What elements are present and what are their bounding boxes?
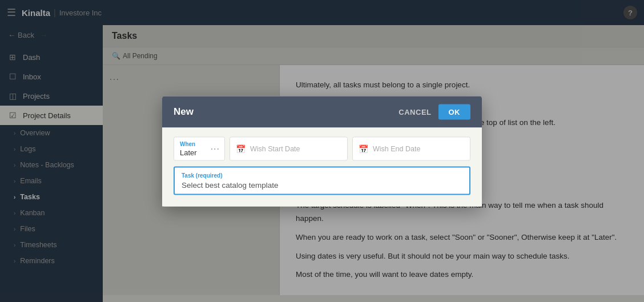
- ok-button[interactable]: OK: [438, 104, 471, 119]
- modal-header: New CANCEL OK: [162, 96, 482, 127]
- cancel-button[interactable]: CANCEL: [399, 107, 431, 116]
- when-box[interactable]: When Later ···: [174, 136, 225, 160]
- when-label: When: [180, 140, 204, 147]
- new-task-modal: New CANCEL OK When Later ··· 📅 Wish Star…: [162, 96, 482, 206]
- wish-end-date-box[interactable]: 📅 Wish End Date: [352, 136, 470, 160]
- modal-title: New: [174, 106, 194, 118]
- modal-body: When Later ··· 📅 Wish Start Date 📅 Wish …: [162, 127, 482, 206]
- task-input-label: Task (required): [182, 172, 462, 178]
- when-more-icon[interactable]: ···: [211, 143, 220, 154]
- task-input-value[interactable]: Select best catalog template: [182, 180, 462, 189]
- when-row: When Later ··· 📅 Wish Start Date 📅 Wish …: [174, 136, 470, 160]
- task-input-box[interactable]: Task (required) Select best catalog temp…: [174, 166, 470, 195]
- wish-end-label: Wish End Date: [373, 144, 420, 152]
- calendar-end-icon: 📅: [359, 144, 368, 153]
- when-value: Later: [180, 148, 204, 156]
- wish-start-date-box[interactable]: 📅 Wish Start Date: [230, 136, 348, 160]
- calendar-start-icon: 📅: [236, 144, 245, 153]
- modal-header-actions: CANCEL OK: [399, 104, 470, 119]
- wish-start-label: Wish Start Date: [250, 144, 300, 152]
